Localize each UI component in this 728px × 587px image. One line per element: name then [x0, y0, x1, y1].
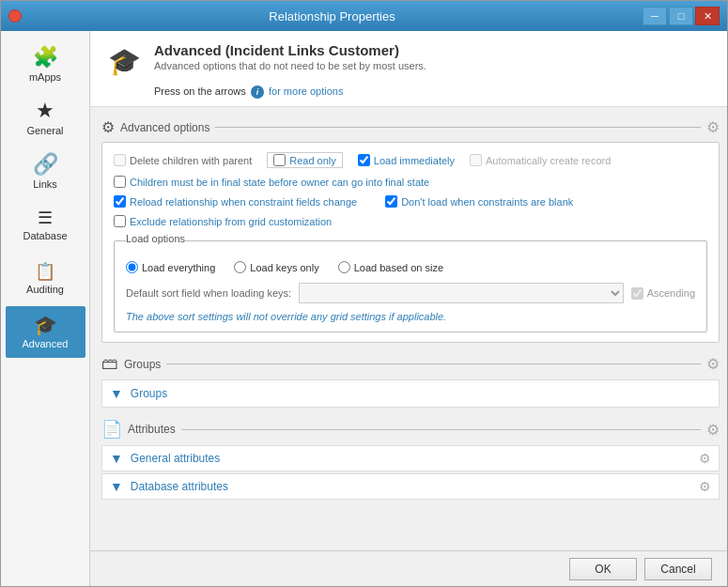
load-options-legend: Load options — [126, 233, 185, 244]
ascending-checkbox[interactable]: Ascending — [631, 287, 695, 300]
attributes-area: ▼ General attributes ⚙ ▼ Database attrib… — [101, 445, 720, 500]
attributes-doc-icon: 📄 — [101, 419, 122, 440]
sidebar-item-links[interactable]: 🔗 Links — [6, 146, 85, 197]
sidebar-item-auditing[interactable]: 📋 Auditing — [6, 253, 85, 304]
titlebar-controls: ─ □ ✕ — [643, 7, 720, 25]
groups-section-title: Groups — [124, 358, 161, 371]
groups-item-label: Groups — [131, 387, 167, 400]
sidebar-item-general[interactable]: ★ General — [6, 92, 85, 144]
options-row-1: Delete children with parent Read only Lo… — [114, 152, 707, 168]
main-window: Relationship Properties ─ □ ✕ 🧩 mApps ★ … — [0, 0, 728, 587]
db-attr-label: Database attributes — [131, 480, 228, 493]
sidebar-item-links-label: Links — [33, 178, 57, 190]
groups-expand-icon: ▼ — [110, 386, 123, 401]
attributes-title-row: Attributes — [128, 423, 701, 436]
auto-create-checkbox[interactable]: Automatically create record — [470, 154, 611, 166]
database-icon: ☰ — [38, 209, 53, 226]
radio-load-everything[interactable]: Load everything — [126, 261, 215, 273]
sidebar-item-advanced[interactable]: 🎓 Advanced — [6, 306, 85, 358]
close-button[interactable]: ✕ — [695, 7, 720, 25]
sort-field-label: Default sort field when loading keys: — [126, 287, 291, 299]
options-row-4: Exclude relationship from grid customiza… — [114, 215, 707, 227]
sidebar-item-mapps-label: mApps — [29, 71, 61, 83]
read-only-checkbox[interactable]: Read only — [267, 152, 343, 168]
delete-children-checkbox[interactable]: Delete children with parent — [114, 154, 252, 166]
database-attributes-item[interactable]: ▼ Database attributes ⚙ — [101, 473, 720, 500]
arrows-note: Press on the arrows i for more options — [154, 85, 712, 99]
links-icon: 🔗 — [33, 154, 58, 175]
sidebar-item-auditing-label: Auditing — [26, 284, 64, 295]
groups-header-row: 🗃 Groups ⚙ — [101, 354, 720, 374]
radio-row: Load everything Load keys only Load base… — [126, 261, 695, 273]
groups-corner-gear: ⚙ — [706, 355, 720, 373]
sidebar-item-general-label: General — [26, 125, 63, 136]
db-attr-expand-icon: ▼ — [110, 479, 123, 494]
mapps-icon: 🧩 — [33, 47, 58, 68]
header-icon: 🎓 — [105, 42, 143, 80]
sidebar-item-database-label: Database — [23, 230, 67, 241]
header-text: Advanced (Incident Links Customer) Advan… — [154, 42, 426, 71]
panel-title: Advanced (Incident Links Customer) — [154, 42, 426, 58]
minimize-button[interactable]: ─ — [643, 7, 667, 25]
gear-icon: ⚙ — [101, 118, 115, 136]
window-dot — [8, 9, 22, 23]
radio-load-keys[interactable]: Load keys only — [234, 261, 318, 273]
attributes-divider — [181, 429, 701, 430]
groups-title-row: Groups — [124, 358, 701, 371]
options-row-3: Reload relationship when constraint fiel… — [114, 195, 707, 208]
auditing-icon: 📋 — [35, 263, 55, 280]
more-options-link[interactable]: for more options — [269, 85, 343, 97]
sort-field-dropdown[interactable] — [299, 283, 624, 303]
main-content: 🧩 mApps ★ General 🔗 Links ☰ Database 📋 A… — [1, 31, 727, 586]
db-attr-gear: ⚙ — [699, 479, 711, 494]
sidebar-item-database[interactable]: ☰ Database — [6, 199, 85, 251]
window-title: Relationship Properties — [22, 9, 643, 23]
advanced-options-box: Delete children with parent Read only Lo… — [101, 142, 720, 343]
general-attr-label: General attributes — [131, 452, 220, 465]
sidebar-item-advanced-label: Advanced — [23, 338, 69, 349]
attributes-header-row: 📄 Attributes ⚙ — [101, 419, 720, 440]
section-divider — [215, 127, 701, 128]
general-attributes-item[interactable]: ▼ General attributes ⚙ — [101, 445, 720, 471]
dont-load-blank-checkbox[interactable]: Don't load when constraints are blank — [385, 195, 573, 208]
sidebar: 🧩 mApps ★ General 🔗 Links ☰ Database 📋 A… — [1, 31, 90, 586]
panel-body: ⚙ Advanced options ⚙ Delete children wit… — [90, 107, 727, 550]
titlebar: Relationship Properties ─ □ ✕ — [1, 1, 727, 31]
advanced-options-title: Advanced options — [120, 121, 209, 134]
groups-folder-icon: 🗃 — [101, 354, 118, 374]
ok-button[interactable]: OK — [569, 558, 637, 580]
section-corner-gear: ⚙ — [706, 118, 720, 136]
maximize-button[interactable]: □ — [669, 7, 693, 25]
general-icon: ★ — [36, 100, 54, 121]
children-final-checkbox[interactable]: Children must be in final state before o… — [114, 176, 429, 188]
cancel-button[interactable]: Cancel — [644, 558, 712, 580]
general-attr-expand-icon: ▼ — [110, 451, 123, 466]
sidebar-item-mapps[interactable]: 🧩 mApps — [6, 39, 85, 90]
radio-load-size[interactable]: Load based on size — [338, 261, 443, 273]
reload-checkbox[interactable]: Reload relationship when constraint fiel… — [114, 195, 357, 208]
panel-description: Advanced options that do not need to be … — [154, 60, 426, 71]
advanced-options-header: ⚙ Advanced options ⚙ — [101, 118, 720, 136]
panel-header: 🎓 Advanced (Incident Links Customer) Adv… — [90, 31, 727, 107]
info-icon: i — [251, 85, 264, 99]
footer: OK Cancel — [90, 550, 727, 586]
exclude-grid-checkbox[interactable]: Exclude relationship from grid customiza… — [114, 215, 332, 227]
right-panel: 🎓 Advanced (Incident Links Customer) Adv… — [90, 31, 727, 586]
attributes-section-title: Attributes — [128, 423, 176, 436]
sort-row: Default sort field when loading keys: As… — [126, 283, 695, 303]
groups-divider — [166, 363, 701, 364]
advanced-icon: 🎓 — [34, 316, 57, 334]
groups-collapsible: ▼ Groups — [101, 379, 720, 408]
groups-item[interactable]: ▼ Groups — [101, 379, 720, 408]
load-options-group: Load options Load everything Load keys o… — [114, 235, 707, 332]
sort-note: The above sort settings will not overrid… — [126, 311, 695, 322]
section-title-row: Advanced options — [120, 121, 701, 134]
load-immediately-checkbox[interactable]: Load immediately — [358, 154, 455, 166]
attributes-corner-gear: ⚙ — [706, 421, 720, 439]
options-row-2: Children must be in final state before o… — [114, 176, 707, 188]
general-attr-gear: ⚙ — [699, 451, 711, 466]
